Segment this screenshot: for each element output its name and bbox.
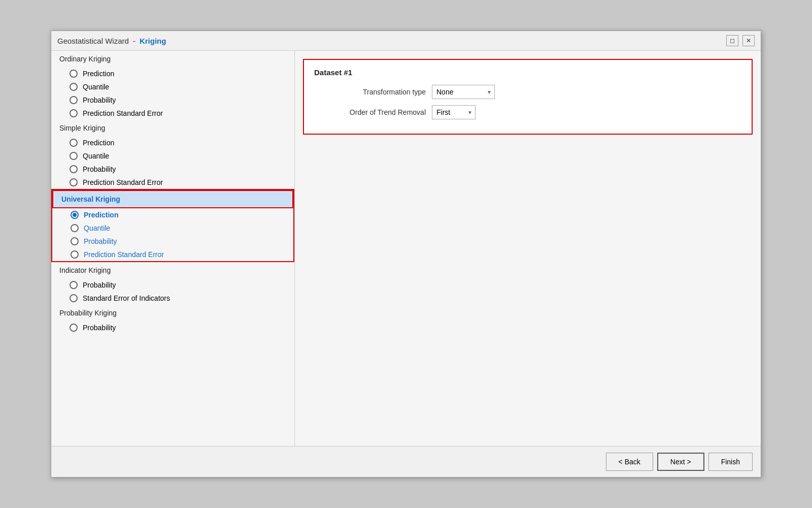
radio-ok-pse[interactable]: Prediction Standard Error — [51, 107, 294, 120]
radio-circle-ik-probability — [70, 281, 78, 289]
trend-select[interactable]: None First Second — [432, 105, 476, 119]
radio-sk-prediction[interactable]: Prediction — [51, 136, 294, 149]
radio-label-uk-prediction: Prediction — [84, 211, 118, 219]
window-title: Geostatistical Wizard — [57, 37, 129, 45]
radio-label-ok-quantile: Quantile — [83, 83, 109, 91]
radio-circle-sk-quantile — [70, 152, 78, 160]
radio-circle-pk-probability — [70, 324, 78, 332]
radio-ok-prediction[interactable]: Prediction — [51, 67, 294, 80]
radio-ok-quantile[interactable]: Quantile — [51, 80, 294, 93]
group-indicator-kriging[interactable]: Indicator Kriging — [51, 262, 294, 278]
radio-uk-probability[interactable]: Probability — [52, 235, 293, 248]
radio-label-ok-prediction: Prediction — [83, 70, 114, 78]
radio-circle-sk-prediction — [70, 139, 78, 147]
radio-label-uk-quantile: Quantile — [84, 224, 110, 232]
title-separator: - — [133, 37, 136, 45]
group-probability-kriging[interactable]: Probability Kriging — [51, 305, 294, 321]
content-area: Ordinary Kriging Prediction Quantile Pro… — [51, 51, 761, 446]
radio-label-ik-probability: Probability — [83, 281, 116, 289]
radio-circle-sk-probability — [70, 165, 78, 173]
dataset-title: Dataset #1 — [314, 68, 741, 77]
right-panel: Dataset #1 Transformation type None Norm… — [295, 51, 761, 446]
radio-label-sk-pse: Prediction Standard Error — [83, 178, 163, 186]
radio-ik-probability[interactable]: Probability — [51, 278, 294, 292]
title-bar: Geostatistical Wizard - Kriging ◻ ✕ — [51, 31, 761, 51]
finish-button[interactable]: Finish — [708, 453, 753, 471]
radio-circle-ik-sei — [70, 294, 78, 302]
radio-label-sk-prediction: Prediction — [83, 139, 114, 147]
radio-circle-ok-prediction — [70, 70, 78, 78]
radio-label-ik-sei: Standard Error of Indicators — [83, 294, 170, 302]
trend-select-wrapper: None First Second — [432, 105, 476, 119]
radio-label-pk-probability: Probability — [83, 324, 116, 332]
radio-uk-quantile[interactable]: Quantile — [52, 221, 293, 235]
radio-circle-ok-probability — [70, 96, 78, 104]
bottom-bar: < Back Next > Finish — [51, 446, 761, 477]
radio-circle-uk-pse — [71, 250, 79, 259]
radio-sk-quantile[interactable]: Quantile — [51, 149, 294, 163]
radio-label-sk-probability: Probability — [83, 165, 116, 173]
radio-label-uk-probability: Probability — [84, 237, 117, 245]
title-bar-controls: ◻ ✕ — [726, 35, 755, 46]
radio-label-ok-pse: Prediction Standard Error — [83, 109, 163, 117]
close-button[interactable]: ✕ — [742, 35, 755, 46]
transformation-row: Transformation type None Normal Score Lo… — [314, 85, 741, 99]
back-button[interactable]: < Back — [606, 453, 653, 471]
dataset-box: Dataset #1 Transformation type None Norm… — [303, 59, 753, 135]
universal-kriging-group: Universal Kriging Prediction Quantile Pr… — [51, 189, 294, 262]
radio-label-sk-quantile: Quantile — [83, 152, 109, 160]
restore-button[interactable]: ◻ — [726, 35, 738, 46]
radio-circle-sk-pse — [70, 178, 78, 186]
radio-circle-uk-probability — [71, 237, 79, 245]
window-title-highlight: Kriging — [140, 37, 166, 45]
radio-circle-uk-quantile — [71, 224, 79, 232]
next-button[interactable]: Next > — [657, 453, 704, 471]
trend-row: Order of Trend Removal None First Second — [314, 105, 741, 119]
radio-sk-probability[interactable]: Probability — [51, 163, 294, 176]
main-window: Geostatistical Wizard - Kriging ◻ ✕ Ordi… — [51, 30, 761, 478]
radio-uk-prediction[interactable]: Prediction — [52, 208, 293, 221]
radio-circle-uk-prediction — [71, 211, 79, 219]
radio-circle-ok-pse — [70, 109, 78, 117]
radio-label-ok-probability: Probability — [83, 96, 116, 104]
trend-label: Order of Trend Removal — [314, 108, 426, 116]
radio-label-uk-pse: Prediction Standard Error — [84, 250, 164, 259]
radio-pk-probability[interactable]: Probability — [51, 321, 294, 334]
title-bar-left: Geostatistical Wizard - Kriging — [57, 37, 166, 45]
transformation-select-wrapper: None Normal Score Log Box-Cox — [432, 85, 495, 99]
transformation-select[interactable]: None Normal Score Log Box-Cox — [432, 85, 495, 99]
group-universal-kriging[interactable]: Universal Kriging — [52, 190, 293, 208]
radio-sk-pse[interactable]: Prediction Standard Error — [51, 176, 294, 189]
radio-ok-probability[interactable]: Probability — [51, 93, 294, 107]
radio-ik-sei[interactable]: Standard Error of Indicators — [51, 292, 294, 305]
group-ordinary-kriging[interactable]: Ordinary Kriging — [51, 51, 294, 67]
radio-circle-ok-quantile — [70, 83, 78, 91]
radio-uk-pse[interactable]: Prediction Standard Error — [52, 248, 293, 261]
left-panel: Ordinary Kriging Prediction Quantile Pro… — [51, 51, 295, 446]
group-simple-kriging[interactable]: Simple Kriging — [51, 120, 294, 136]
transformation-label: Transformation type — [314, 88, 426, 96]
